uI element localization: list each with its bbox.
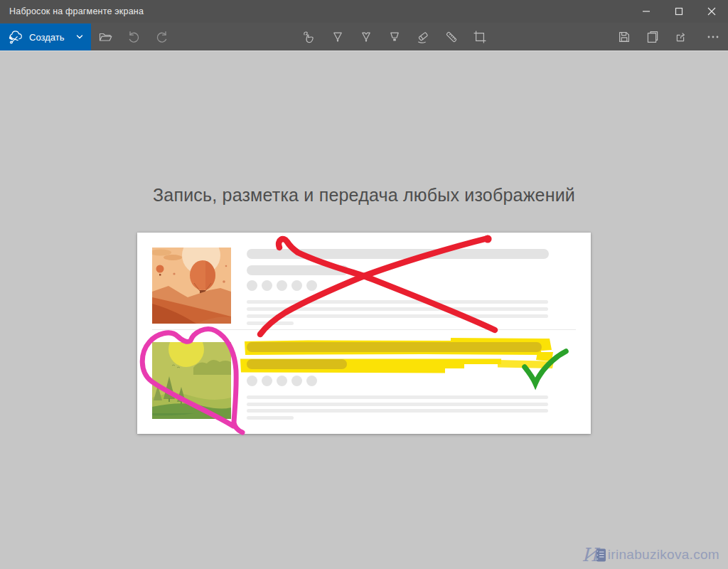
toolbar: Создать — [0, 23, 728, 50]
title-bar[interactable]: Набросок на фрагменте экрана — [0, 0, 728, 23]
snip-sketch-window: Набросок на фрагменте экрана Создать — [0, 0, 728, 569]
highlighter-button[interactable] — [380, 23, 409, 50]
welcome-heading: Запись, разметка и передача любых изобра… — [0, 185, 728, 206]
close-button[interactable] — [695, 0, 728, 23]
new-snip-label: Создать — [29, 32, 64, 43]
new-snip-button[interactable]: Создать — [0, 23, 91, 50]
highlighter-icon — [387, 30, 402, 44]
maximize-icon — [675, 7, 683, 16]
open-file-button[interactable] — [91, 23, 119, 50]
redo-icon — [155, 30, 169, 44]
file-actions-group — [610, 23, 727, 50]
watermark-notebook-icon — [595, 548, 606, 563]
save-button[interactable] — [610, 23, 638, 50]
window-header: Набросок на фрагменте экрана Создать — [0, 0, 728, 50]
watermark: И irinabuzikova.com — [582, 544, 719, 565]
redo-button[interactable] — [148, 23, 176, 50]
ink-annotations-layer — [137, 233, 591, 434]
pencil-icon — [359, 30, 373, 44]
open-folder-icon — [98, 30, 112, 44]
pink-heart-annotation — [142, 329, 242, 432]
illustration-card — [137, 233, 591, 434]
ballpoint-pen-button[interactable] — [323, 23, 352, 50]
watermark-text: irinabuzikova.com — [608, 547, 719, 563]
ellipsis-icon — [706, 30, 720, 44]
undo-icon — [127, 30, 141, 44]
yellow-highlight-annotation — [240, 338, 554, 373]
eraser-button[interactable] — [409, 23, 437, 50]
close-icon — [707, 7, 716, 16]
copy-icon — [646, 30, 660, 44]
ruler-button[interactable] — [437, 23, 466, 50]
pencil-button[interactable] — [352, 23, 380, 50]
window-title: Набросок на фрагменте экрана — [9, 0, 144, 23]
ballpoint-pen-icon — [331, 30, 345, 44]
red-cross-annotation — [260, 235, 495, 334]
minimize-icon — [642, 7, 651, 16]
crop-button[interactable] — [466, 23, 494, 50]
chevron-down-icon[interactable] — [74, 31, 85, 43]
share-button[interactable] — [667, 23, 695, 50]
share-icon — [674, 30, 688, 44]
touch-writing-icon — [302, 30, 316, 44]
crop-icon — [473, 30, 487, 44]
snip-scissors-icon — [9, 30, 23, 44]
eraser-icon — [416, 30, 430, 44]
editing-canvas[interactable]: Запись, разметка и передача любых изобра… — [0, 50, 728, 569]
copy-button[interactable] — [638, 23, 667, 50]
undo-button[interactable] — [119, 23, 148, 50]
ruler-icon — [444, 30, 459, 44]
minimize-button[interactable] — [630, 0, 663, 23]
touch-writing-button[interactable] — [295, 23, 323, 50]
maximize-button[interactable] — [663, 0, 695, 23]
more-options-button[interactable] — [699, 23, 727, 50]
ink-tools-group — [295, 23, 494, 50]
save-icon — [617, 30, 631, 44]
